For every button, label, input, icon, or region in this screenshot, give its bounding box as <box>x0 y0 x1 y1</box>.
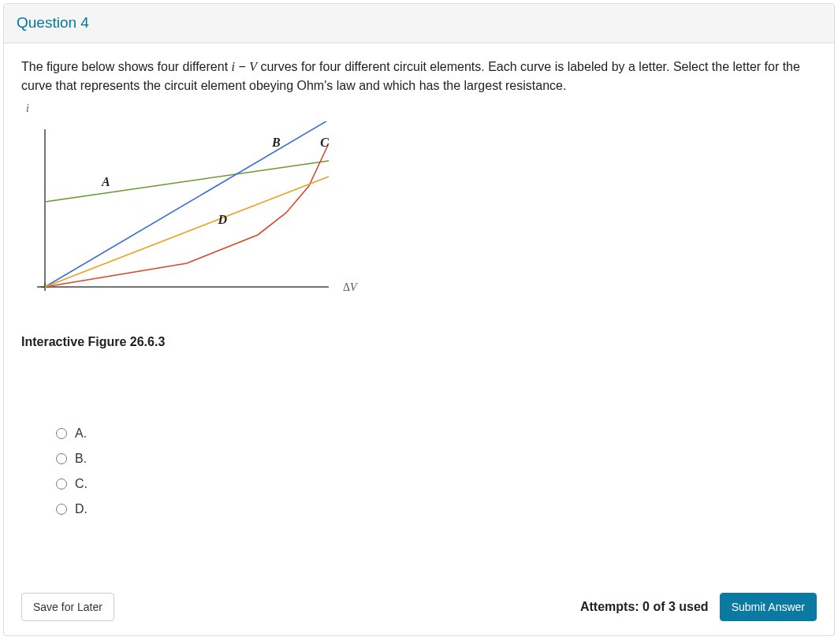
curve-c <box>45 143 329 287</box>
curve-a <box>45 161 329 202</box>
curve-label-d: D <box>218 213 228 226</box>
figure-caption: Interactive Figure 26.6.3 <box>21 333 817 352</box>
submit-answer-button[interactable]: Submit Answer <box>720 593 817 621</box>
option-a[interactable]: A. <box>56 421 817 446</box>
option-c-label: C. <box>75 475 88 493</box>
footer-right-group: Attempts: 0 of 3 used Submit Answer <box>580 593 817 621</box>
option-d-radio[interactable] <box>56 504 67 515</box>
figure-wrap: ABCD ΔV <box>21 121 817 311</box>
curve-label-b: B <box>271 136 281 149</box>
curve-label-a: A <box>101 175 110 188</box>
curve-b <box>45 121 329 287</box>
option-c[interactable]: C. <box>56 471 817 497</box>
attempts-text: Attempts: 0 of 3 used <box>580 597 709 616</box>
answer-options: A. B. C. D. <box>21 421 817 522</box>
curve-d <box>45 177 329 287</box>
option-c-radio[interactable] <box>56 478 67 490</box>
prompt-sep: − <box>235 60 249 73</box>
question-header: Question 4 <box>4 4 834 43</box>
prompt-text-pre: The figure below shows four different <box>21 60 232 73</box>
yaxis-top-label: i <box>21 100 817 117</box>
save-for-later-button[interactable]: Save for Later <box>21 593 114 621</box>
option-a-label: A. <box>75 424 87 443</box>
option-b-label: B. <box>75 449 87 468</box>
curve-label-c: C <box>320 136 329 149</box>
iv-curves-chart: ABCD ΔV <box>21 121 360 311</box>
option-a-radio[interactable] <box>56 428 67 439</box>
option-b[interactable]: B. <box>56 446 817 471</box>
question-footer: Save for Later Attempts: 0 of 3 used Sub… <box>21 593 817 621</box>
question-title: Question 4 <box>17 14 89 31</box>
question-card: Question 4 The figure below shows four d… <box>3 3 835 636</box>
option-d[interactable]: D. <box>56 497 817 522</box>
question-body: The figure below shows four different i … <box>4 43 834 635</box>
option-d-label: D. <box>75 500 88 519</box>
question-prompt: The figure below shows four different i … <box>21 58 817 95</box>
option-b-radio[interactable] <box>56 453 67 464</box>
prompt-v-symbol: V <box>249 60 257 73</box>
xaxis-label: ΔV <box>343 281 358 293</box>
